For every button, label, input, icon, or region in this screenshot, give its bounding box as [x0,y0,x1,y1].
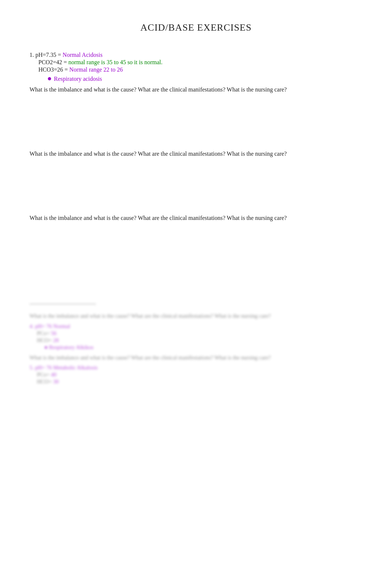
exercise-1-ph-value: Normal Acidosis [63,52,103,58]
blurred-exercise-5-values: 5. pH= 76 Metabolic Alkalosis PCo= 40 HC… [30,365,362,385]
exercise-1-question: What is the imbalance and what is the ca… [30,85,362,94]
exercise-1-hco-label: HCO3=26 = [38,66,68,73]
exercise-1-bullet: ● Respiratory acidosis [47,75,362,82]
exercise-1: 1. pH=7.35 = Normal Acidosis PCO2=42 = n… [30,52,362,94]
blurred-5-pco: PCo= 40 [37,372,362,378]
exercise-2: What is the imbalance and what is the ca… [30,149,362,158]
spacer-3b [30,278,362,300]
blurred-exercise-4-values: 4. pH= 76 Normal PCo= 56 HCO= 28 ● Respi… [30,323,362,351]
blurred-4-ph: 4. pH= 76 Normal [30,323,362,330]
blurred-4-bullet: ● Respiratory Alkikos [44,344,362,351]
exercise-1-pco-line: PCO2=42 = normal range is 35 to 45 so it… [38,59,362,66]
blurred-4-pco: PCo= 56 [37,330,362,337]
blurred-divider [30,304,96,304]
exercise-3-question: What is the imbalance and what is the ca… [30,214,362,223]
blurred-exercise-5-question: What is the imbalance and what is the ca… [30,353,362,362]
spacer-2 [30,169,362,214]
blurred-exercise-4-question: What is the imbalance and what is the ca… [30,312,362,320]
blurred-5-hco: HCO= 30 [37,379,362,385]
exercise-1-hco-value: Normal range 22 to 26 [69,66,123,73]
spacer-1 [30,105,362,149]
exercise-2-question: What is the imbalance and what is the ca… [30,149,362,158]
exercise-1-pco-value: normal range is 35 to 45 so it is normal… [68,59,162,65]
bullet-dot-icon: ● [47,75,52,82]
exercise-1-number: 1. [30,52,34,58]
spacer-3 [30,234,362,278]
exercise-1-ph-label: pH=7.35 = [35,52,61,58]
blurred-4-hco: HCO= 28 [37,337,362,344]
exercise-1-pco-label: PCO2=42 = [38,59,67,65]
blurred-5-ph: 5. pH= 76 Metabolic Alkalosis [30,365,362,371]
page-title: ACID/BASE EXERCISES [30,22,362,33]
exercise-1-hco-line: HCO3=26 = Normal range 22 to 26 [38,66,362,73]
blurred-content: What is the imbalance and what is the ca… [30,304,362,385]
exercise-3: What is the imbalance and what is the ca… [30,214,362,223]
exercise-1-bullet-text: Respiratory acidosis [54,76,102,82]
